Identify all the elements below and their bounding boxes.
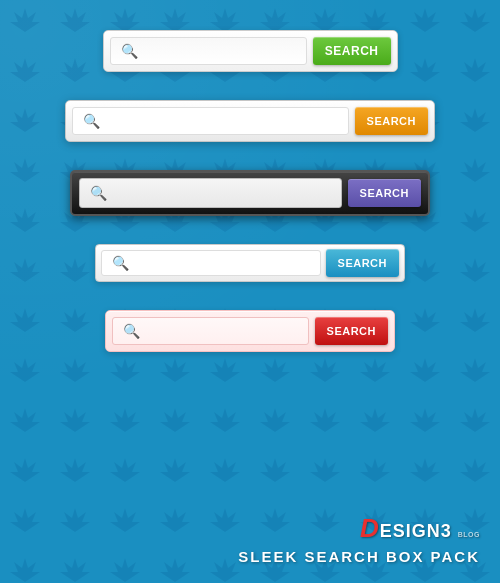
search-input-1[interactable]	[111, 38, 306, 64]
footer-title: SLEEK SEARCH BOX PACK	[238, 548, 480, 565]
search-box-3: 🔍 SEARCH	[70, 170, 430, 216]
search-input-wrapper-2: 🔍	[72, 107, 349, 135]
brand-logo: DESIGN3 BLOG	[238, 513, 480, 544]
footer-branding: DESIGN3 BLOG SLEEK SEARCH BOX PACK	[238, 513, 480, 565]
search-box-4: 🔍 SEARCH	[95, 244, 405, 282]
brand-tagline: BLOG	[458, 531, 480, 538]
search-box-2: 🔍 SEARCH	[65, 100, 435, 142]
search-input-wrapper-5: 🔍	[112, 317, 309, 345]
search-input-3[interactable]	[80, 179, 341, 207]
search-box-5: 🔍 SEARCH	[105, 310, 395, 352]
search-input-wrapper-4: 🔍	[101, 250, 321, 276]
search-input-4[interactable]	[102, 251, 320, 275]
brand-d-letter: D	[360, 513, 380, 543]
search-input-wrapper-3: 🔍	[79, 178, 342, 208]
search-input-wrapper-1: 🔍	[110, 37, 307, 65]
search-button-3[interactable]: SEARCH	[348, 179, 421, 207]
search-input-2[interactable]	[73, 108, 348, 134]
search-button-1[interactable]: SEARCH	[313, 37, 391, 65]
brand-rest: ESIGN3	[380, 521, 452, 541]
search-button-2[interactable]: SEARCH	[355, 107, 428, 135]
search-button-5[interactable]: SEARCH	[315, 317, 388, 345]
search-input-5[interactable]	[113, 318, 308, 344]
search-box-1: 🔍 SEARCH	[103, 30, 398, 72]
search-button-4[interactable]: SEARCH	[326, 249, 399, 277]
